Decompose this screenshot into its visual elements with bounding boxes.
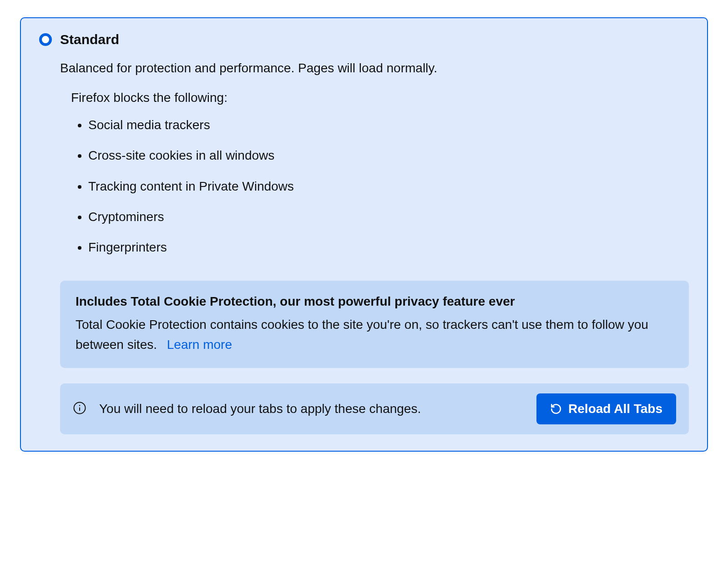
tcp-body: Total Cookie Protection contains cookies… — [76, 317, 648, 351]
svg-point-2 — [79, 405, 81, 406]
tcp-title: Includes Total Cookie Protection, our mo… — [76, 292, 673, 310]
radio-selected-icon — [39, 33, 52, 46]
list-item: Social media trackers — [88, 110, 689, 140]
blocks-heading: Firefox blocks the following: — [60, 91, 689, 105]
info-icon — [73, 401, 86, 417]
list-item: Tracking content in Private Windows — [88, 171, 689, 201]
blocks-list: Social media trackers Cross-site cookies… — [60, 110, 689, 262]
protection-option-label: Standard — [60, 32, 119, 47]
reload-button-label: Reload All Tabs — [568, 402, 662, 416]
reload-message: You will need to reload your tabs to app… — [99, 399, 524, 418]
reload-icon — [550, 403, 562, 415]
total-cookie-protection-callout: Includes Total Cookie Protection, our mo… — [60, 281, 689, 368]
reload-tabs-bar: You will need to reload your tabs to app… — [60, 383, 689, 434]
list-item: Cryptominers — [88, 201, 689, 232]
learn-more-link[interactable]: Learn more — [167, 337, 232, 352]
reload-all-tabs-button[interactable]: Reload All Tabs — [536, 393, 676, 424]
list-item: Cross-site cookies in all windows — [88, 140, 689, 171]
protection-standard-option[interactable]: Standard — [39, 32, 689, 47]
protection-subtitle: Balanced for protection and performance.… — [60, 59, 689, 77]
protection-standard-panel: Standard Balanced for protection and per… — [20, 17, 708, 452]
list-item: Fingerprinters — [88, 232, 689, 262]
